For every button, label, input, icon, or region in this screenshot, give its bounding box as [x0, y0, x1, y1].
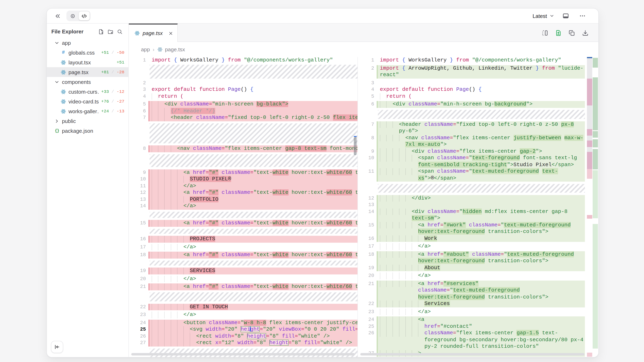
- code-line[interactable]: </a>: [148, 203, 358, 210]
- diff-row: 12<a href="#" className="text-white hove…: [129, 189, 358, 196]
- code-line[interactable]: <nav className="flex items-center justif…: [376, 135, 585, 148]
- code-line[interactable]: <a href="#" className="text-white hover:…: [148, 283, 358, 290]
- code-line[interactable]: <header className="fixed top-0 left-0 ri…: [148, 114, 358, 121]
- breadcrumb-folder[interactable]: app: [141, 46, 150, 52]
- code-line[interactable]: </a>: [376, 243, 585, 250]
- code-line[interactable]: import { ArrowUpRight, Github, Linkedin,…: [376, 65, 585, 78]
- close-tab-icon[interactable]: [168, 31, 173, 36]
- code-line[interactable]: </a>: [148, 183, 358, 189]
- code-line[interactable]: export default function Page() {: [376, 86, 585, 93]
- diff-filler: [129, 64, 358, 80]
- version-selector[interactable]: Latest: [532, 13, 554, 19]
- download-button[interactable]: [581, 28, 590, 37]
- indent-guides: [152, 145, 177, 152]
- code-line[interactable]: <header className="fixed top-0 left-0 ri…: [376, 121, 585, 135]
- diff-row: 10STUDIO PIXEL®: [129, 176, 358, 183]
- code-line[interactable]: STUDIO PIXEL®: [148, 176, 358, 183]
- code-line[interactable]: GET IN TOUCH: [148, 304, 358, 310]
- code-line[interactable]: import { WorksGallery } from "@/componen…: [148, 57, 358, 64]
- copy-icon: [568, 29, 575, 36]
- tree-item-public[interactable]: public: [47, 116, 128, 126]
- code-line[interactable]: PORTFOLIO: [148, 196, 358, 203]
- tree-item-package.json[interactable]: { }package.json: [47, 126, 128, 136]
- tree-item-app[interactable]: app: [47, 38, 128, 48]
- code-line[interactable]: {/* Header */}: [148, 108, 358, 114]
- code-line[interactable]: Services: [376, 301, 585, 307]
- tree-item-components[interactable]: components: [47, 77, 128, 87]
- panel-bottom-button[interactable]: [560, 10, 571, 21]
- code-toggle-button[interactable]: [79, 11, 90, 20]
- collapse-sidebar-button[interactable]: [51, 341, 63, 353]
- code-line[interactable]: import { WorksGallery } from "@/componen…: [376, 57, 585, 64]
- tree-item-globals.css[interactable]: #globals.css+51 / -50: [47, 48, 128, 57]
- code-line[interactable]: <a: [376, 316, 585, 323]
- line-number: 12: [358, 195, 376, 202]
- code-line[interactable]: <div className="min-h-screen bg-black">: [148, 101, 358, 108]
- diff-minimap[interactable]: [587, 57, 598, 357]
- code-line[interactable]: <button className="w-8 h-8 flex items-ce…: [148, 320, 358, 326]
- code-line[interactable]: <a href="#" className="text-white hover:…: [148, 189, 358, 196]
- more-options-button[interactable]: [577, 10, 588, 21]
- split-view-button[interactable]: [540, 28, 550, 37]
- code-line[interactable]: Work: [376, 235, 585, 242]
- code-line[interactable]: </div>: [376, 195, 585, 202]
- code-line[interactable]: <div className="min-h-screen bg-backgrou…: [376, 101, 585, 108]
- right-pane-horizontal-scrollbar[interactable]: [360, 353, 584, 356]
- left-pane-vertical-scrollbar[interactable]: [354, 137, 357, 155]
- code-line[interactable]: <nav className="flex items-center gap-8 …: [148, 145, 358, 152]
- collapse-panel-button[interactable]: [52, 10, 63, 21]
- code-line[interactable]: <a href="#" className="text-white hover:…: [148, 252, 358, 258]
- code-line[interactable]: About: [376, 265, 585, 271]
- code-line[interactable]: <span className="text-muted-foreground t…: [376, 168, 585, 182]
- tab-page-tsx[interactable]: page.tsx: [129, 24, 178, 42]
- code-line[interactable]: <span className="text-foreground font-sa…: [376, 155, 585, 168]
- code-line[interactable]: </a>: [376, 272, 585, 279]
- code-line[interactable]: <a href="#" className="text-white hover:…: [148, 169, 358, 176]
- line-number: 7: [358, 121, 376, 128]
- minimap-greenlight-block: [593, 224, 598, 349]
- diff-row: 11</a>: [129, 183, 358, 189]
- line-number: 24: [358, 316, 376, 323]
- code-line[interactable]: <rect x="12" width="8" height="8" fill="…: [148, 340, 358, 346]
- copy-button[interactable]: [567, 28, 576, 37]
- code-line[interactable]: [376, 202, 585, 208]
- tree-item-works-galler-[interactable]: works-galler…+24 / -13: [47, 106, 128, 116]
- code-line[interactable]: [148, 80, 358, 86]
- code-line[interactable]: <a href="#about" className="text-muted-f…: [376, 251, 585, 265]
- line-number: 3: [358, 80, 376, 86]
- code-line[interactable]: [376, 80, 585, 86]
- code-line[interactable]: return (: [148, 93, 358, 100]
- new-file-button[interactable]: [98, 29, 104, 34]
- search-icon[interactable]: [117, 29, 123, 34]
- tree-item-layout.tsx[interactable]: layout.tsx+51: [47, 57, 128, 67]
- tree-item-video-card.tsx[interactable]: video-card.tsx+76 / -27: [47, 96, 128, 106]
- code-line[interactable]: href="#contact": [376, 323, 585, 330]
- breadcrumb-file[interactable]: page.tsx: [157, 46, 185, 52]
- tree-item-custom-curs-[interactable]: custom-curs…+33 / -12: [47, 87, 128, 96]
- code-line[interactable]: return (: [376, 93, 585, 100]
- code-line[interactable]: </a>: [148, 244, 358, 250]
- diff-file-button[interactable]: [554, 28, 563, 37]
- code-line[interactable]: export default function Page() {: [148, 86, 358, 93]
- code-line[interactable]: <div className="flex items-center gap-2"…: [376, 148, 585, 155]
- code-line[interactable]: <rect width="8" height="8" fill="white" …: [148, 333, 358, 340]
- minimap-pink-block: [587, 152, 592, 169]
- code-line[interactable]: className="flex items-center gap-1.5 tex…: [376, 330, 585, 350]
- code-line[interactable]: <a href="#services" className="text-mute…: [376, 280, 585, 301]
- tree-item-page.tsx[interactable]: page.tsx+81 / -28: [47, 67, 128, 77]
- code-line[interactable]: <a href="#work" className="text-muted-fo…: [376, 222, 585, 235]
- left-pane-horizontal-scrollbar[interactable]: [131, 353, 354, 356]
- new-folder-button[interactable]: [108, 29, 113, 34]
- code-line[interactable]: </a>: [148, 312, 358, 318]
- preview-toggle-button[interactable]: [67, 11, 78, 20]
- code-line[interactable]: SERVICES: [148, 268, 358, 274]
- search-match: height: [269, 340, 288, 346]
- code-line[interactable]: </a>: [148, 276, 358, 282]
- line-number: 26: [358, 330, 376, 337]
- code-line[interactable]: <div className="hidden md:flex items-cen…: [376, 208, 585, 222]
- code-line[interactable]: </a>: [376, 309, 585, 315]
- code-line[interactable]: PROJECTS: [148, 236, 358, 243]
- code-line[interactable]: <svg width="20" height="20" viewBox="0 0…: [148, 326, 358, 333]
- code-line[interactable]: <a href="#" className="text-white hover:…: [148, 220, 358, 227]
- minimap-green-block: [593, 149, 598, 169]
